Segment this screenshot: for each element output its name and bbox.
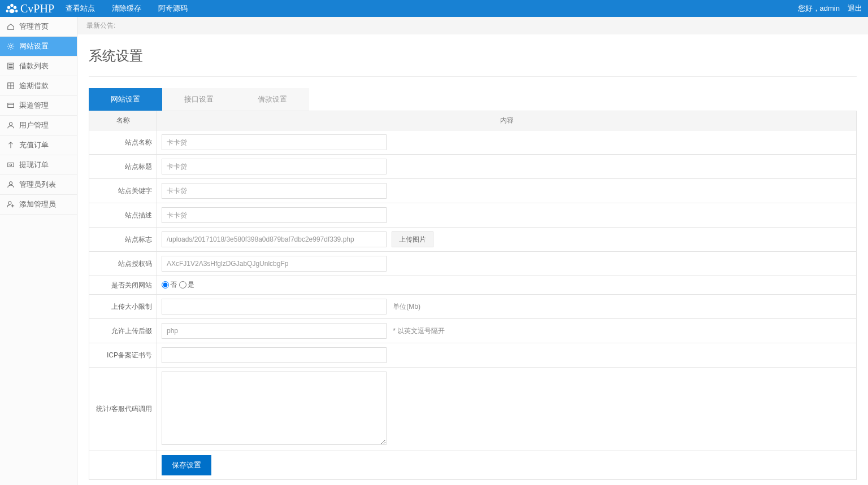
withdraw-icon [7, 161, 15, 169]
notice-label: 最新公告: [86, 21, 115, 29]
svg-point-6 [10, 45, 12, 47]
label-upload-limit: 上传大小限制 [89, 295, 157, 319]
list-icon [7, 62, 15, 70]
sidebar-label: 网站设置 [19, 41, 49, 51]
recharge-icon [7, 141, 15, 149]
svg-point-3 [6, 10, 8, 12]
tabs: 网站设置 接口设置 借款设置 [89, 88, 857, 111]
svg-rect-11 [8, 163, 14, 167]
radio-no[interactable] [162, 281, 169, 289]
settings-table: 名称 内容 站点名称 站点标题 站点关键字 [89, 111, 857, 480]
sidebar: 管理首页 网站设置 借款列表 逾期借款 渠道管理 用户管理 充值订单 提现订单 [0, 17, 77, 485]
svg-point-10 [9, 123, 12, 125]
row-close-site: 是否关闭网站 否 是 [89, 276, 857, 295]
sidebar-label: 用户管理 [19, 120, 49, 130]
col-name: 名称 [89, 111, 157, 130]
top-header: CvPHP 查看站点 清除缓存 阿奇源码 您好，admin 退出 [0, 0, 868, 17]
sidebar-label: 提现订单 [19, 160, 49, 170]
label-auth-code: 站点授权码 [89, 252, 157, 276]
svg-rect-9 [8, 103, 14, 108]
input-site-keywords[interactable] [162, 183, 387, 199]
input-icp[interactable] [162, 347, 387, 363]
input-site-title[interactable] [162, 159, 387, 174]
tab-loan-settings[interactable]: 借款设置 [236, 88, 309, 111]
admin-icon [7, 181, 15, 189]
svg-point-5 [9, 9, 14, 13]
label-site-name: 站点名称 [89, 130, 157, 155]
input-site-desc[interactable] [162, 207, 387, 223]
sidebar-label: 逾期借款 [19, 81, 49, 91]
input-site-name[interactable] [162, 134, 387, 150]
tab-api-settings[interactable]: 接口设置 [162, 88, 236, 111]
logout-link[interactable]: 退出 [848, 3, 862, 14]
hint-upload-ext: * 以英文逗号隔开 [393, 326, 445, 336]
sidebar-item-withdraw[interactable]: 提现订单 [0, 155, 77, 175]
svg-point-0 [7, 6, 11, 9]
label-stats-code: 统计/客服代码调用 [89, 368, 157, 451]
sidebar-label: 借款列表 [19, 61, 49, 71]
channel-icon [7, 102, 15, 110]
sidebar-label: 添加管理员 [19, 199, 56, 209]
page-title: 系统设置 [89, 47, 857, 77]
sidebar-item-add-admin[interactable]: 添加管理员 [0, 195, 77, 215]
hint-upload-limit: 单位(Mb) [393, 302, 420, 312]
svg-point-1 [14, 6, 17, 9]
nav-clear-cache[interactable]: 清除缓存 [112, 3, 141, 14]
label-site-title: 站点标题 [89, 155, 157, 179]
sidebar-item-users[interactable]: 用户管理 [0, 116, 77, 136]
sidebar-label: 渠道管理 [19, 101, 49, 111]
sidebar-item-admins[interactable]: 管理员列表 [0, 175, 77, 195]
sidebar-item-home[interactable]: 管理首页 [0, 17, 77, 37]
tab-site-settings[interactable]: 网站设置 [89, 88, 162, 111]
svg-point-13 [9, 182, 12, 185]
notice-bar: 最新公告: [77, 17, 868, 34]
nav-aqi-source[interactable]: 阿奇源码 [158, 3, 188, 14]
svg-point-12 [10, 164, 12, 166]
radio-yes-label[interactable]: 是 [179, 280, 194, 290]
row-site-name: 站点名称 [89, 130, 857, 155]
row-icp: ICP备案证书号 [89, 343, 857, 368]
col-content: 内容 [157, 111, 857, 130]
sidebar-item-channel[interactable]: 渠道管理 [0, 96, 77, 116]
sidebar-item-loans[interactable]: 借款列表 [0, 56, 77, 76]
label-close-site: 是否关闭网站 [89, 276, 157, 295]
logo-text: CvPHP [20, 2, 54, 15]
radio-yes[interactable] [179, 281, 186, 289]
row-stats-code: 统计/客服代码调用 [89, 368, 857, 451]
logo[interactable]: CvPHP [6, 2, 54, 15]
row-auth-code: 站点授权码 [89, 252, 857, 276]
input-upload-limit[interactable] [162, 299, 387, 314]
svg-point-2 [10, 4, 14, 7]
radio-no-label[interactable]: 否 [162, 280, 177, 290]
sidebar-label: 管理员列表 [19, 180, 56, 190]
row-site-desc: 站点描述 [89, 203, 857, 228]
grid-icon [7, 82, 15, 90]
greeting: 您好，admin [798, 3, 840, 14]
sidebar-label: 充值订单 [19, 140, 49, 150]
row-upload-limit: 上传大小限制 单位(Mb) [89, 295, 857, 319]
row-site-logo: 站点标志 上传图片 [89, 228, 857, 252]
input-auth-code[interactable] [162, 256, 387, 272]
label-upload-ext: 允许上传后缀 [89, 319, 157, 343]
sidebar-item-settings[interactable]: 网站设置 [0, 37, 77, 56]
row-save: 保存设置 [89, 451, 857, 480]
row-upload-ext: 允许上传后缀 * 以英文逗号隔开 [89, 319, 857, 343]
user-icon [7, 121, 15, 129]
sidebar-item-overdue[interactable]: 逾期借款 [0, 76, 77, 96]
svg-point-4 [15, 10, 18, 12]
textarea-stats-code[interactable] [162, 372, 387, 445]
save-button[interactable]: 保存设置 [162, 455, 211, 475]
upload-button[interactable]: 上传图片 [392, 231, 433, 247]
header-nav: 查看站点 清除缓存 阿奇源码 [66, 3, 188, 14]
svg-point-14 [8, 202, 11, 204]
gear-icon [7, 42, 15, 50]
label-icp: ICP备案证书号 [89, 343, 157, 368]
input-upload-ext[interactable] [162, 323, 387, 339]
input-site-logo[interactable] [162, 231, 387, 247]
sidebar-label: 管理首页 [19, 21, 49, 32]
row-site-title: 站点标题 [89, 155, 857, 179]
sidebar-item-recharge[interactable]: 充值订单 [0, 136, 77, 155]
nav-view-site[interactable]: 查看站点 [66, 3, 95, 14]
admin-add-icon [7, 200, 15, 208]
label-site-logo: 站点标志 [89, 228, 157, 252]
